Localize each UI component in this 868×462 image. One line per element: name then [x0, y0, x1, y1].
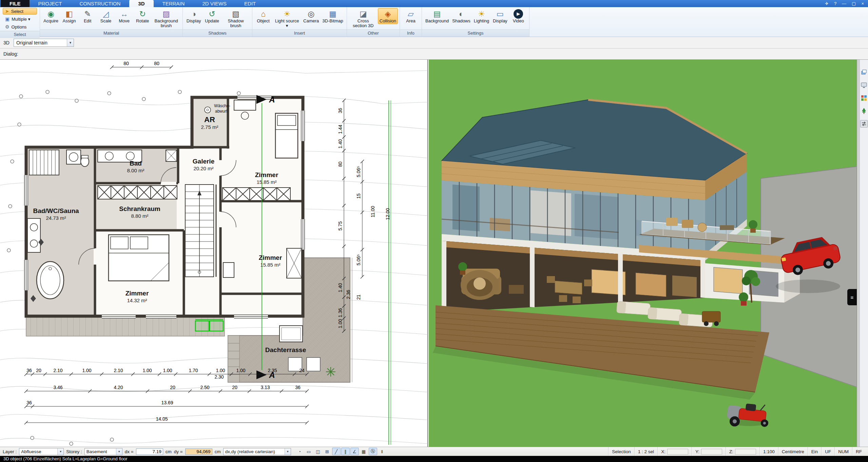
ribbon-button-display[interactable]: ◑Display — [185, 8, 203, 24]
views-icon[interactable] — [860, 81, 868, 89]
snap-grid-icon[interactable]: ▦ — [360, 448, 368, 455]
dimension-label: 1.00 — [163, 368, 172, 373]
coord-mode-select[interactable]: dx,dy (relative cartesian) ▼ — [223, 448, 291, 455]
north-icon[interactable]: Ⓝ — [369, 448, 377, 455]
snap-free-icon[interactable]: ╱ — [332, 448, 341, 455]
panel-handle[interactable]: ≡ — [847, 289, 857, 305]
feedback-icon[interactable]: ✈ — [825, 0, 829, 7]
dy-input[interactable] — [185, 448, 212, 455]
layers-icon[interactable]: ⊞ — [323, 448, 331, 455]
terrain-select[interactable]: Original terrain ▼ — [14, 39, 74, 47]
dimension-label: 36 — [295, 385, 301, 390]
ribbon-group-other: ◪Cross section 3D◈CollisionOther — [347, 7, 400, 37]
screen-icon[interactable]: ▭ — [305, 448, 313, 455]
selection-count: 1 : 2 sel — [634, 447, 657, 456]
ribbon-button-select[interactable]: ➤Select — [3, 8, 37, 15]
ribbon-button-edit[interactable]: ✎Edit — [78, 8, 97, 24]
ribbon-group-label: Info — [400, 30, 422, 37]
ribbon-group-insert: ⌂Object☀Light source ▾◎Camera▦3D-BitmapI… — [252, 7, 347, 37]
tab-file[interactable]: FILE — [1, 0, 30, 7]
ribbon-button-background[interactable]: ▤Background — [424, 8, 450, 24]
ribbon-button-assign[interactable]: ◧Assign — [60, 8, 78, 24]
ribbon-button-label: Video — [513, 19, 524, 23]
swap-arrows-icon[interactable] — [860, 120, 868, 128]
ribbon-button-lighting[interactable]: ☀Lighting — [472, 8, 491, 24]
stairs — [185, 185, 216, 277]
tab-2d-views[interactable]: 2D VIEWS — [193, 0, 235, 7]
dimension-label: 20 — [170, 385, 175, 390]
dimension-label: 20 — [232, 385, 237, 390]
ribbon-button-cross-section-3d[interactable]: ◪Cross section 3D — [349, 8, 378, 29]
ribbon-button-shadows[interactable]: ◐Shadows — [450, 8, 472, 24]
ribbon-button-display[interactable]: ▭Display — [491, 8, 509, 24]
num-indicator[interactable]: NUM — [834, 447, 852, 456]
tab-project[interactable]: PROJECT — [30, 0, 71, 7]
vertical-scrollbar[interactable] — [857, 60, 860, 447]
ribbon-button-light-source[interactable]: ☀Light source ▾ — [272, 8, 302, 29]
maximize-icon[interactable]: ▢ — [852, 0, 856, 7]
edit-icon: ✎ — [84, 9, 91, 19]
ein-indicator[interactable]: Ein — [808, 447, 822, 456]
view3d-canvas[interactable] — [429, 60, 857, 447]
room-label: Zimmer — [259, 254, 282, 261]
ribbon-button-3d-bitmap[interactable]: ▦3D-Bitmap — [321, 8, 345, 24]
tab-edit[interactable]: EDIT — [235, 0, 265, 7]
side-table — [223, 263, 234, 277]
lounger — [617, 301, 651, 315]
storey-select[interactable]: Basement ▼ — [84, 448, 122, 455]
potted-plant — [458, 262, 467, 271]
close-icon[interactable]: × — [861, 0, 864, 7]
tab-3d[interactable]: 3D — [129, 0, 153, 7]
terrace-window — [279, 326, 303, 342]
ribbon-button-object[interactable]: ⌂Object — [254, 8, 272, 24]
ribbon-button-update[interactable]: ↺Update — [203, 8, 221, 24]
dimension-label: 20 — [36, 368, 41, 373]
floorplan-viewport[interactable]: Bad8.00 m²Bad/WC/Sauna24.73 m²Schrankrau… — [0, 60, 428, 447]
help-icon[interactable]: ? — [834, 0, 836, 7]
window-controls: ✈?—▢× — [825, 0, 868, 7]
layer-select[interactable]: Abfluesse ▼ — [19, 448, 64, 455]
tab-construction[interactable]: CONSTRUCTION — [71, 0, 130, 7]
materials-icon[interactable] — [860, 94, 868, 102]
ribbon-button-options[interactable]: ⚙Options — [3, 23, 37, 30]
ribbon-button-acquire[interactable]: ◉Acquire — [42, 8, 60, 24]
minimize-icon[interactable]: — — [842, 0, 846, 7]
ribbon-button-scale[interactable]: ◿Scale — [97, 8, 115, 24]
cross-section-icon: ◪ — [360, 9, 367, 19]
ribbon-button-area[interactable]: ▱Area — [402, 8, 420, 24]
ribbon-button-camera[interactable]: ◎Camera — [302, 8, 321, 24]
clock-icon[interactable]: ◔ — [295, 448, 304, 455]
z-value-box — [735, 449, 756, 455]
tab-terrain[interactable]: TERRAIN — [154, 0, 194, 7]
serving-cart — [702, 311, 720, 322]
snap-angle-icon[interactable]: ∠ — [350, 448, 359, 455]
laundry-chute — [205, 107, 211, 113]
ribbon-button-move[interactable]: ↔Move — [115, 8, 133, 24]
view3d-viewport[interactable] — [429, 60, 857, 447]
rf-indicator[interactable]: RF — [852, 447, 865, 456]
ribbon-button-collision[interactable]: ◈Collision — [378, 8, 398, 24]
ribbon-button-video[interactable]: ▶Video — [509, 8, 527, 24]
ribbon-button-background-brush[interactable]: ▨Background brush — [152, 8, 181, 29]
plants-icon[interactable] — [860, 107, 868, 115]
floorplan-canvas[interactable]: Bad8.00 m²Bad/WC/Sauna24.73 m²Schrankrau… — [0, 60, 428, 447]
select-icon: ➤ — [5, 8, 9, 14]
room-label: Schrankraum — [119, 205, 160, 212]
selected-sofa-highlight[interactable] — [195, 320, 223, 331]
ribbon-button-rotate[interactable]: ↻Rotate — [133, 8, 152, 24]
room-label: Bad — [130, 160, 142, 167]
layers-icon[interactable] — [860, 69, 868, 76]
ribbon-button-multiple[interactable]: ▣Multiple ▾ — [3, 16, 37, 22]
ribbon-button-shadow-brush[interactable]: ▧Shadow brush — [221, 8, 250, 29]
ribbon-button-label: Multiple ▾ — [12, 17, 30, 22]
dx-input[interactable] — [136, 448, 163, 455]
uf-indicator[interactable]: UF — [821, 447, 834, 456]
coffee-table — [509, 285, 524, 294]
palette-icon[interactable]: ◫ — [314, 448, 322, 455]
room-area-label: 20.20 m² — [193, 166, 213, 171]
ribbon-group-label: Settings — [422, 30, 529, 37]
snap-parallel-icon[interactable]: ∥ — [341, 448, 350, 455]
layer-label: Layer : — [3, 449, 17, 454]
pause-icon[interactable]: ‖ — [378, 448, 386, 455]
light-source-icon: ☀ — [284, 9, 291, 19]
